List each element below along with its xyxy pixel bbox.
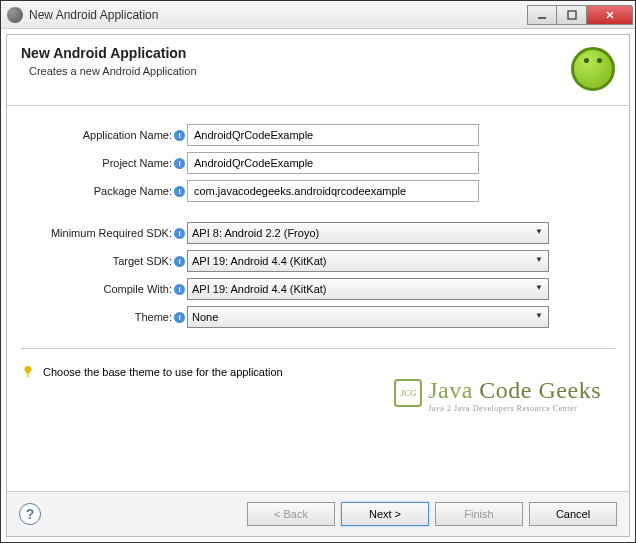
form: Application Name:i Project Name:i Packag… bbox=[7, 106, 629, 342]
close-icon bbox=[605, 10, 615, 20]
info-icon[interactable]: i bbox=[174, 256, 185, 267]
row-project-name: Project Name:i bbox=[21, 152, 615, 174]
divider bbox=[21, 348, 615, 349]
project-name-input[interactable] bbox=[187, 152, 479, 174]
watermark-badge: JCG bbox=[394, 379, 422, 407]
label-package-name: Package Name:i bbox=[21, 185, 187, 198]
row-package-name: Package Name:i bbox=[21, 180, 615, 202]
page-description: Creates a new Android Application bbox=[21, 65, 571, 77]
target-sdk-select-wrap: API 19: Android 4.4 (KitKat) bbox=[187, 250, 549, 272]
header-text: New Android Application Creates a new An… bbox=[21, 45, 571, 77]
label-text: Minimum Required SDK: bbox=[51, 227, 172, 239]
label-text: Theme: bbox=[135, 311, 172, 323]
label-text: Project Name: bbox=[102, 157, 172, 169]
dialog-header: New Android Application Creates a new An… bbox=[7, 35, 629, 106]
dialog-window: New Android Application New Android Appl… bbox=[0, 0, 636, 543]
hint-text: Choose the base theme to use for the app… bbox=[43, 366, 283, 378]
row-application-name: Application Name:i bbox=[21, 124, 615, 146]
label-text: Compile With: bbox=[104, 283, 172, 295]
watermark-title: Java Code Geeks bbox=[428, 377, 601, 404]
watermark: JCG Java Code Geeks Java 2 Java Develope… bbox=[428, 377, 601, 413]
package-name-input[interactable] bbox=[187, 180, 479, 202]
cancel-button[interactable]: Cancel bbox=[529, 502, 617, 526]
help-button[interactable]: ? bbox=[19, 503, 41, 525]
watermark-word1: Java bbox=[428, 377, 479, 403]
app-icon bbox=[7, 7, 23, 23]
label-application-name: Application Name:i bbox=[21, 129, 187, 142]
row-min-sdk: Minimum Required SDK:i API 8: Android 2.… bbox=[21, 222, 615, 244]
minimize-button[interactable] bbox=[527, 5, 557, 25]
info-icon[interactable]: i bbox=[174, 130, 185, 141]
form-area: Application Name:i Project Name:i Packag… bbox=[7, 106, 629, 491]
lightbulb-icon bbox=[21, 365, 35, 379]
watermark-subtitle: Java 2 Java Developers Resource Center bbox=[428, 404, 601, 413]
maximize-button[interactable] bbox=[557, 5, 587, 25]
page-title: New Android Application bbox=[21, 45, 571, 61]
info-icon[interactable]: i bbox=[174, 228, 185, 239]
finish-button[interactable]: Finish bbox=[435, 502, 523, 526]
label-text: Application Name: bbox=[83, 129, 172, 141]
next-button[interactable]: Next > bbox=[341, 502, 429, 526]
window-title: New Android Application bbox=[29, 8, 527, 22]
row-compile-with: Compile With:i API 19: Android 4.4 (KitK… bbox=[21, 278, 615, 300]
application-name-input[interactable] bbox=[187, 124, 479, 146]
label-min-sdk: Minimum Required SDK:i bbox=[21, 227, 187, 240]
min-sdk-select[interactable]: API 8: Android 2.2 (Froyo) bbox=[187, 222, 549, 244]
maximize-icon bbox=[567, 10, 577, 20]
min-sdk-select-wrap: API 8: Android 2.2 (Froyo) bbox=[187, 222, 549, 244]
info-icon[interactable]: i bbox=[174, 284, 185, 295]
target-sdk-select[interactable]: API 19: Android 4.4 (KitKat) bbox=[187, 250, 549, 272]
content-area: New Android Application Creates a new An… bbox=[1, 29, 635, 542]
info-icon[interactable]: i bbox=[174, 186, 185, 197]
back-button[interactable]: < Back bbox=[247, 502, 335, 526]
label-project-name: Project Name:i bbox=[21, 157, 187, 170]
theme-select-wrap: None bbox=[187, 306, 549, 328]
row-target-sdk: Target SDK:i API 19: Android 4.4 (KitKat… bbox=[21, 250, 615, 272]
titlebar[interactable]: New Android Application bbox=[1, 1, 635, 29]
watermark-word2: Code Geeks bbox=[479, 377, 601, 403]
inner-panel: New Android Application Creates a new An… bbox=[6, 34, 630, 537]
button-bar: ? < Back Next > Finish Cancel bbox=[7, 491, 629, 536]
info-icon[interactable]: i bbox=[174, 312, 185, 323]
window-controls bbox=[527, 5, 633, 25]
compile-with-select[interactable]: API 19: Android 4.4 (KitKat) bbox=[187, 278, 549, 300]
label-theme: Theme:i bbox=[21, 311, 187, 324]
android-icon bbox=[571, 47, 615, 91]
label-text: Target SDK: bbox=[113, 255, 172, 267]
label-text: Package Name: bbox=[94, 185, 172, 197]
info-icon[interactable]: i bbox=[174, 158, 185, 169]
theme-select[interactable]: None bbox=[187, 306, 549, 328]
minimize-icon bbox=[537, 10, 547, 20]
row-theme: Theme:i None bbox=[21, 306, 615, 328]
compile-with-select-wrap: API 19: Android 4.4 (KitKat) bbox=[187, 278, 549, 300]
svg-rect-1 bbox=[568, 11, 576, 19]
label-compile-with: Compile With:i bbox=[21, 283, 187, 296]
label-target-sdk: Target SDK:i bbox=[21, 255, 187, 268]
close-button[interactable] bbox=[587, 5, 633, 25]
